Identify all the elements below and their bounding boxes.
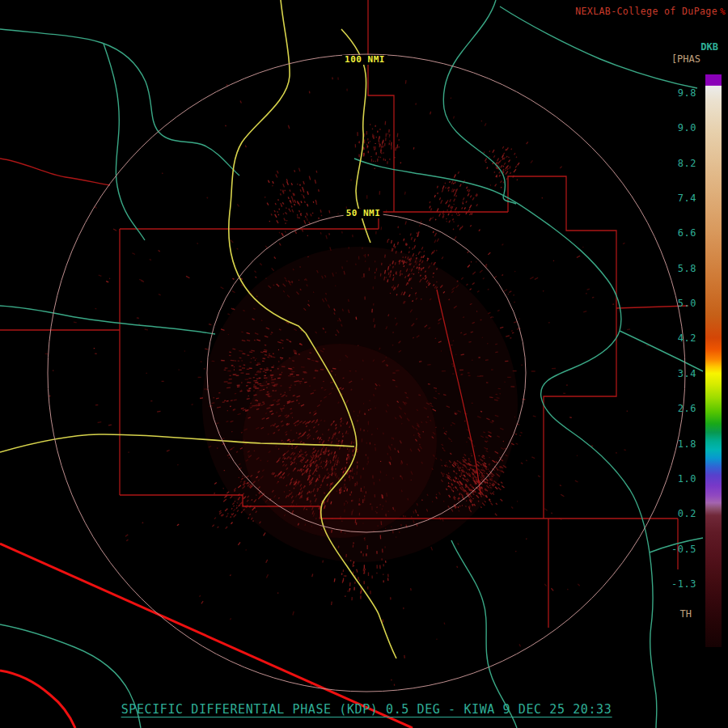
product-status-text: SPECIFIC DIFFERENTIAL PHASE (KDP) 0.5 DE… xyxy=(121,703,612,717)
county-line xyxy=(368,0,394,212)
colorbar-tick: 5.8 xyxy=(656,262,696,275)
logo-mark: % xyxy=(720,6,726,17)
colorbar-tick: 1.0 xyxy=(656,472,696,485)
colorbar-tick: -0.5 xyxy=(656,543,696,556)
colorbar-threshold-label: TH xyxy=(680,608,692,620)
radar-display: 100 NMI 50 NMI NEXLAB-College of DuPage%… xyxy=(0,0,728,728)
colorbar-tick: 5.0 xyxy=(656,297,696,310)
river-line xyxy=(104,44,145,240)
colorbar-tick: 3.4 xyxy=(656,367,696,380)
colorbar-tick: 6.6 xyxy=(656,226,696,239)
colorbar-unit-label: DKB xyxy=(700,41,718,53)
colorbar-tick: -1.3 xyxy=(656,578,696,590)
county-line xyxy=(508,176,616,518)
colorbar-tick: 0.2 xyxy=(656,507,696,520)
ring-label-100nmi: 100 NMI xyxy=(342,55,387,65)
colorbar-tick: 9.8 xyxy=(656,87,696,99)
border-line xyxy=(0,671,75,728)
colorbar-tick: 9.0 xyxy=(656,121,696,134)
colorbar-tick: 1.8 xyxy=(656,438,696,451)
river-line xyxy=(451,540,517,728)
header-branding: NEXLAB-College of DuPage% xyxy=(575,6,726,17)
ring-label-50nmi: 50 NMI xyxy=(344,209,383,218)
colorbar xyxy=(705,74,722,647)
county-line xyxy=(0,159,110,185)
radar-map-canvas xyxy=(0,0,728,728)
site-title: NEXLAB-College of DuPage xyxy=(575,6,717,17)
river-line xyxy=(500,6,697,88)
river-line xyxy=(443,0,516,204)
colorbar-tick: 7.4 xyxy=(656,192,696,205)
colorbar-tick: 8.2 xyxy=(656,157,696,170)
colorbar-phase-label: [PHAS xyxy=(671,53,700,65)
colorbar-tick: 2.6 xyxy=(656,402,696,415)
river-line xyxy=(0,29,239,176)
colorbar-tick: 4.2 xyxy=(656,332,696,345)
